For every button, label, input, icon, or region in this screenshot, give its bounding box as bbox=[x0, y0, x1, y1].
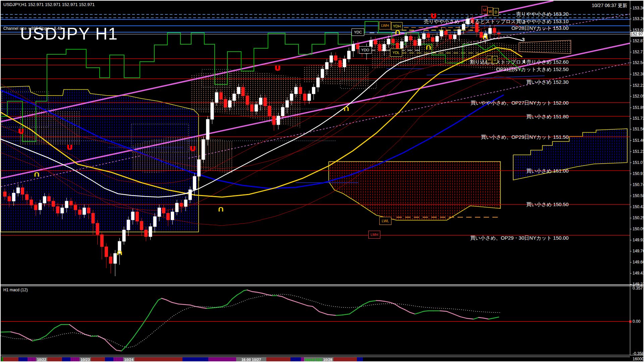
level-label-box[interactable]: LMH bbox=[368, 231, 380, 239]
candle-body bbox=[8, 196, 11, 201]
macd-line-segment bbox=[46, 328, 54, 336]
candle-body bbox=[215, 93, 218, 103]
candle-body bbox=[422, 34, 425, 39]
candle-body bbox=[431, 38, 434, 42]
macd-line-segment bbox=[303, 304, 308, 306]
candle-body bbox=[312, 87, 315, 94]
level-label-box[interactable]: D bbox=[493, 8, 499, 16]
macd-line-segment bbox=[153, 300, 158, 307]
candle-body bbox=[206, 119, 209, 139]
candle-body bbox=[352, 44, 355, 51]
timeline-segment bbox=[47, 357, 62, 362]
candle-body bbox=[369, 40, 372, 47]
level-label-box[interactable]: YDO bbox=[359, 46, 372, 54]
price-axis-label: 151.565 bbox=[633, 127, 644, 131]
macd-line-segment bbox=[98, 336, 105, 339]
buy-arrow-marker: ∩ bbox=[34, 169, 40, 178]
candle-body bbox=[330, 56, 333, 62]
timeline-segment bbox=[18, 357, 28, 362]
level-label-box[interactable]: LWL bbox=[379, 217, 391, 225]
candle-body bbox=[122, 230, 125, 241]
candle-body bbox=[391, 39, 394, 43]
candle-body bbox=[171, 212, 174, 220]
candle-body bbox=[43, 196, 46, 203]
candle-body bbox=[286, 101, 289, 107]
candle-body bbox=[233, 94, 236, 101]
candle-body bbox=[294, 87, 298, 94]
macd-line-segment bbox=[400, 307, 405, 310]
panel-separator-top[interactable] bbox=[1, 285, 644, 285]
level-label-box[interactable]: W bbox=[487, 7, 493, 15]
candle-body bbox=[39, 203, 42, 210]
candle-body bbox=[3, 192, 6, 196]
macd-line-segment bbox=[262, 293, 267, 295]
price-axis-label: 150.910 bbox=[633, 171, 644, 176]
macd-line-segment bbox=[158, 298, 162, 300]
price-axis-label: 150.255 bbox=[633, 216, 644, 220]
macd-axis-label: 0.357 bbox=[633, 286, 643, 291]
macd-line-segment bbox=[405, 310, 410, 312]
candle-body bbox=[83, 208, 86, 215]
candle-body bbox=[317, 78, 320, 87]
candle-body bbox=[61, 208, 64, 213]
candle-body bbox=[308, 94, 311, 101]
chart-window: USDJPY,H1 152.971 152.971 152.971 152.97… bbox=[0, 0, 644, 362]
h1-kumo-4 bbox=[304, 63, 370, 88]
macd-line-segment bbox=[479, 317, 484, 318]
level-label-box[interactable]: YDC bbox=[352, 28, 364, 36]
main-chart-canvas[interactable] bbox=[1, 1, 644, 362]
buy-arrow-marker: ∩ bbox=[116, 248, 123, 256]
timeline-segment bbox=[3, 357, 18, 362]
macd-line-segment bbox=[116, 350, 121, 351]
candle-body bbox=[458, 29, 461, 35]
macd-line-segment bbox=[267, 295, 272, 296]
macd-line-segment bbox=[319, 312, 328, 314]
macd-line-segment bbox=[494, 317, 499, 318]
candle-body bbox=[34, 205, 37, 210]
sell-arrow-marker: ∪ bbox=[17, 126, 24, 135]
level-label-box[interactable]: LWH bbox=[379, 21, 391, 29]
symbol-ohlc-readout: USDJPY,H1 152.971 152.971 152.971 152.97… bbox=[3, 2, 95, 7]
candle-body bbox=[127, 220, 130, 230]
macd-line-segment bbox=[244, 290, 247, 291]
timeline-bar[interactable]: 10/2210/2310/2416:00 10/27macd (12) 10/2… bbox=[1, 357, 630, 362]
candle-body bbox=[198, 160, 201, 176]
level-label-box[interactable]: M bbox=[482, 6, 487, 14]
price-axis-label: 152.710 bbox=[633, 50, 644, 54]
candle-body bbox=[383, 44, 386, 51]
candle-body bbox=[211, 103, 214, 119]
candle-body bbox=[489, 28, 492, 34]
macd-line-segment bbox=[447, 311, 453, 314]
segment-line bbox=[480, 76, 545, 78]
macd-line-segment bbox=[287, 299, 292, 301]
candle-body bbox=[405, 36, 408, 42]
macd-axis-label: 0.00 bbox=[633, 319, 640, 324]
buy-arrow-marker: ∩ bbox=[482, 32, 488, 41]
macd-line-segment bbox=[385, 301, 390, 302]
level-label-box[interactable]: W bbox=[487, 56, 492, 63]
macd-line-segment bbox=[328, 314, 336, 315]
candle-body bbox=[149, 227, 152, 237]
macd-line-segment bbox=[313, 306, 319, 312]
candle-body bbox=[189, 190, 192, 200]
wave-count-label: 1 bbox=[523, 19, 525, 24]
candle-body bbox=[497, 33, 500, 34]
candle-body bbox=[202, 139, 205, 160]
order-annotation: 買い小さめ 150.50 bbox=[526, 201, 569, 208]
macd-line-segment bbox=[418, 311, 423, 313]
macd-line-segment bbox=[126, 338, 133, 346]
macd-line-segment bbox=[298, 302, 303, 304]
sell-arrow-marker: ∪ bbox=[189, 144, 196, 153]
price-axis-label: 152.220 bbox=[633, 83, 644, 88]
level-label-box[interactable]: D bbox=[492, 56, 498, 63]
candle-body bbox=[175, 203, 178, 212]
timeline-segment bbox=[333, 357, 357, 362]
macd-line-segment bbox=[54, 324, 61, 328]
order-annotation: 買いやや小さめ、OP27日NYカット 152.00 bbox=[471, 100, 569, 106]
level-label-box[interactable]: YDL bbox=[390, 49, 402, 57]
timeline-sub-label: macd (12) bbox=[305, 358, 323, 362]
price-axis-label: 151.070 bbox=[633, 160, 644, 165]
channel-info-label: Channel size = 885 Slope = 8.48 bbox=[3, 26, 62, 31]
last-updated-label: 10/27 06:37 更新 bbox=[592, 3, 627, 9]
macd-line-segment bbox=[227, 299, 232, 305]
